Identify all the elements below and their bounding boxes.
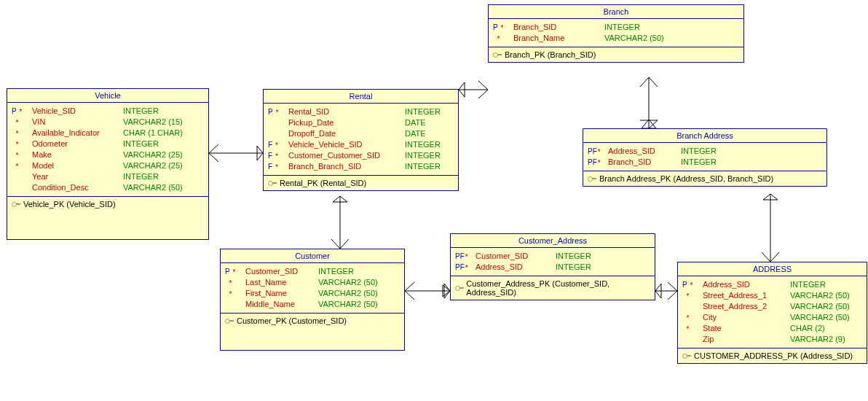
column-name: Rental_SID: [288, 106, 405, 117]
column-name: Branch_Branch_SID: [288, 161, 405, 172]
column-type: VARCHAR2 (25): [123, 160, 183, 171]
entity-customer-address[interactable]: Customer_Address PF*Customer_SIDINTEGERP…: [450, 233, 655, 300]
column-name: First_Name: [245, 288, 318, 299]
svg-line-2: [257, 153, 263, 160]
column-type: VARCHAR2 (50): [318, 299, 378, 310]
column-name: Vehicle_Vehicle_SID: [288, 139, 405, 150]
column-row: YearINTEGER: [12, 171, 204, 182]
column-type: INTEGER: [123, 171, 159, 182]
entity-columns: P *Customer_SIDINTEGER *Last_NameVARCHAR…: [221, 263, 404, 313]
svg-line-5: [459, 82, 465, 90]
column-row: Dropoff_DateDATE: [268, 128, 454, 139]
entity-title: Customer_Address: [451, 234, 655, 248]
column-name: VIN: [32, 117, 123, 128]
entity-address[interactable]: ADDRESS P *Address_SIDINTEGER *Street_Ad…: [677, 262, 867, 364]
column-name: Pickup_Date: [288, 117, 405, 128]
svg-line-17: [763, 194, 770, 200]
key-icon: [493, 52, 502, 58]
column-type: INTEGER: [318, 266, 354, 277]
svg-line-9: [333, 196, 340, 202]
column-flags: P *: [225, 266, 245, 277]
column-row: PF*Address_SIDINTEGER: [588, 146, 822, 157]
column-name: Vehicle_SID: [32, 106, 123, 117]
column-type: INTEGER: [556, 262, 591, 273]
column-row: P *Address_SIDINTEGER: [682, 279, 862, 290]
key-icon: [455, 285, 463, 291]
entity-title: Branch: [489, 5, 743, 19]
entity-title: Vehicle: [7, 89, 208, 103]
entity-pk: CUSTOMER_ADDRESS_PK (Address_SID): [678, 348, 867, 363]
column-name: Odometer: [32, 139, 123, 149]
column-name: Street_Address_2: [703, 301, 790, 312]
svg-line-25: [655, 284, 661, 291]
column-flags: *: [12, 128, 32, 139]
column-type: VARCHAR2 (50): [790, 312, 850, 323]
column-name: Address_SID: [703, 279, 790, 290]
svg-line-6: [459, 90, 465, 97]
column-type: VARCHAR2 (15): [123, 117, 183, 128]
entity-columns: P *Rental_SIDINTEGERPickup_DateDATEDropo…: [264, 104, 458, 175]
entity-branch-address[interactable]: Branch Address PF*Address_SIDINTEGERPF*B…: [583, 128, 827, 187]
entity-customer[interactable]: Customer P *Customer_SIDINTEGER *Last_Na…: [220, 249, 405, 351]
column-row: *StateCHAR (2): [682, 323, 862, 334]
column-type: INTEGER: [604, 22, 640, 33]
column-flags: PF*: [588, 146, 608, 157]
entity-pk: Customer_PK (Customer_SID): [221, 313, 404, 328]
column-row: Street_Address_2VARCHAR2 (50): [682, 301, 862, 312]
column-row: P *Customer_SIDINTEGER: [225, 266, 400, 277]
column-name: Branch_SID: [513, 22, 604, 33]
column-name: Address_SID: [608, 146, 681, 157]
column-name: Branch_Name: [513, 33, 604, 44]
column-flags: F *: [268, 161, 288, 172]
column-flags: PF*: [455, 262, 476, 273]
column-type: INTEGER: [405, 161, 441, 172]
column-type: VARCHAR2 (50): [318, 288, 378, 299]
column-row: F *Branch_Branch_SIDINTEGER: [268, 161, 454, 172]
entity-vehicle[interactable]: Vehicle P *Vehicle_SIDINTEGER *VINVARCHA…: [7, 88, 209, 240]
column-flags: P *: [682, 279, 703, 290]
svg-line-18: [770, 194, 778, 200]
entity-rental[interactable]: Rental P *Rental_SIDINTEGERPickup_DateDA…: [263, 89, 459, 191]
column-row: P *Vehicle_SIDINTEGER: [12, 106, 204, 117]
column-type: INTEGER: [405, 139, 441, 150]
entity-pk: Branch Address_PK (Address_SID, Branch_S…: [583, 171, 826, 186]
entity-title: Branch Address: [583, 129, 826, 143]
column-flags: *: [493, 33, 513, 44]
column-row: *VINVARCHAR2 (15): [12, 117, 204, 128]
column-row: PF*Address_SIDINTEGER: [455, 262, 650, 273]
column-flags: *: [12, 117, 32, 128]
entity-branch[interactable]: Branch P *Branch_SIDINTEGER *Branch_Name…: [488, 4, 744, 63]
column-name: Branch_SID: [608, 157, 681, 168]
column-type: INTEGER: [123, 106, 159, 117]
entity-columns: PF*Customer_SIDINTEGERPF*Address_SIDINTE…: [451, 248, 655, 276]
column-type: VARCHAR2 (50): [790, 290, 850, 301]
key-icon: [268, 180, 277, 186]
column-row: P *Rental_SIDINTEGER: [268, 106, 454, 117]
column-name: Customer_SID: [476, 251, 556, 262]
column-flags: *: [12, 139, 32, 149]
entity-pk: Customer_Address_PK (Customer_SID, Addre…: [451, 276, 655, 300]
entity-pk: Vehicle_PK (Vehicle_SID): [7, 196, 208, 211]
column-name: City: [703, 312, 790, 323]
column-name: State: [703, 323, 790, 334]
column-row: *First_NameVARCHAR2 (50): [225, 288, 400, 299]
column-name: Last_Name: [245, 277, 318, 288]
column-row: F *Vehicle_Vehicle_SIDINTEGER: [268, 139, 454, 150]
column-flags: *: [12, 149, 32, 160]
column-name: Address_SID: [476, 262, 556, 273]
column-row: ZipVARCHAR2 (9): [682, 334, 862, 345]
column-flags: P *: [268, 106, 288, 117]
key-icon: [588, 176, 596, 182]
column-name: Condition_Desc: [32, 182, 123, 193]
key-icon: [225, 318, 234, 324]
entity-columns: P *Branch_SIDINTEGER *Branch_NameVARCHAR…: [489, 19, 743, 47]
column-flags: *: [225, 288, 245, 299]
column-type: DATE: [405, 117, 426, 128]
column-type: CHAR (2): [790, 323, 825, 334]
column-row: *Branch_NameVARCHAR2 (50): [493, 33, 739, 44]
column-name: Street_Address_1: [703, 290, 790, 301]
svg-line-21: [444, 284, 450, 291]
column-name: Customer_SID: [245, 266, 318, 277]
entity-title: Customer: [221, 249, 404, 263]
column-name: Available_Indicator: [32, 128, 123, 139]
